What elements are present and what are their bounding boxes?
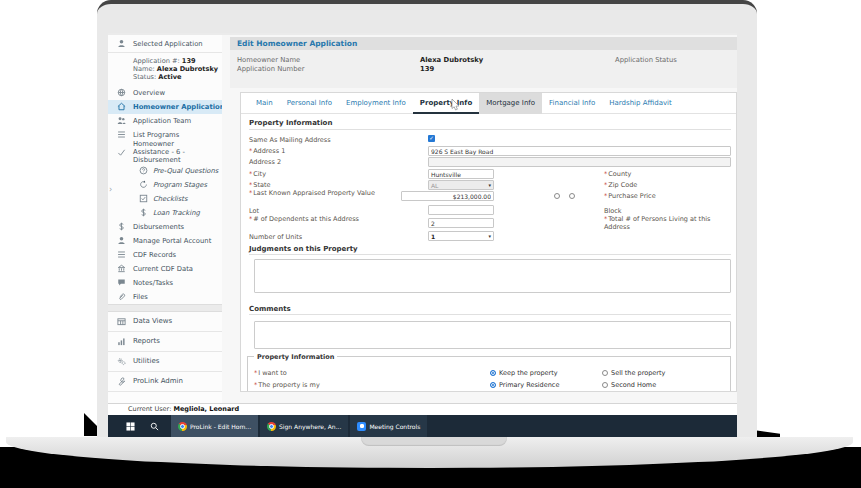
tab-mortgage-info[interactable]: Mortgage Info [479,93,542,114]
second-home-option[interactable]: Second Home [602,381,656,389]
search-icon[interactable] [150,422,159,431]
refresh-icon [139,180,148,189]
section-divider [249,314,731,315]
sidebar-item-homeowner-assistance[interactable]: Homeowner Assistance - 6 - Disbursement [108,142,222,164]
state-label: *State [249,181,421,189]
tab-property-info[interactable]: Property Info [413,93,479,114]
tab-financial-info[interactable]: Financial Info [542,93,602,114]
tab-personal-info[interactable]: Personal Info [280,93,339,114]
chrome-icon [267,422,276,431]
applicant-name-line: Name: Alexa Dubrotsky [133,65,222,73]
application-number-label: Application Number [237,65,304,73]
application-status-line: Status: Active [133,73,222,81]
homeowner-name-value: Alexa Dubrotsky [420,56,483,64]
sidebar-item-notes-tasks[interactable]: Notes/Tasks [108,276,222,290]
dollar-icon [117,222,126,231]
sidebar-item-program-stages[interactable]: Program Stages [108,178,222,192]
lot-input[interactable] [428,205,494,215]
tab-bar: Main Personal Info Employment Info Prope… [241,93,736,114]
appraised-value-input[interactable] [401,191,494,201]
block-label: Block [604,207,729,215]
application-number-line: Application #: 139 [133,57,222,65]
address1-label: *Address 1 [249,147,421,155]
bank-icon [117,264,126,273]
keep-property-option[interactable]: Keep the property [490,369,558,377]
address2-input[interactable] [428,157,731,167]
sidebar-item-pre-qual-questions[interactable]: Pre-Qual Questions [108,164,222,178]
page-title: Edit Homeowner Application [230,37,737,50]
sidebar-item-current-cdf-data[interactable]: Current CDF Data [108,262,222,276]
tab-main[interactable]: Main [249,93,280,114]
sidebar-item-manage-portal-account[interactable]: Manage Portal Account [108,234,222,248]
sidebar-item-loan-tracking[interactable]: Loan Tracking [108,206,222,220]
sidebar-collapse-chevron-icon[interactable]: › [109,185,112,194]
wrench-icon [117,377,126,386]
records-icon [117,250,126,259]
i-want-to-row: *I want to Keep the property Sell the pr… [248,369,730,377]
persons-living-label: *Total # of Persons Living at this Addre… [604,215,729,231]
section-property-information: Property Information [249,119,332,127]
sidebar: Selected Application Application #: 139 … [108,35,222,403]
taskbar-task-prolink[interactable]: ProLink - Edit Hom... [171,415,258,437]
sidebar-item-homeowner-application[interactable]: Homeowner Application [108,100,222,114]
checklist-icon [139,194,148,203]
dollar-icon [139,208,148,217]
windows-start-icon[interactable] [126,422,135,431]
number-of-units-label: Number of Units [249,233,421,241]
person-icon [117,39,126,48]
check-icon [117,148,126,157]
section-comments: Comments [249,305,291,313]
number-of-units-select[interactable]: 1▾ [428,231,494,241]
dependents-input[interactable] [428,218,494,228]
sidebar-selected-application[interactable]: Selected Application [108,35,222,53]
appraised-radio-2[interactable] [569,193,575,199]
section-divider [249,129,731,130]
sidebar-item-data-views[interactable]: Data Views [108,312,222,332]
zip-code-label: *Zip Code [604,181,729,189]
question-icon [139,166,148,175]
form-card: Main Personal Info Employment Info Prope… [240,92,737,392]
application-number-value: 139 [420,65,434,73]
globe-icon [117,88,126,97]
page-background: Selected Application Application #: 139 … [0,0,861,488]
sidebar-item-prolink-admin[interactable]: ProLink Admin [108,372,222,392]
property-is-my-row: *The property is my Primary Residence Se… [248,381,730,389]
taskbar-task-meeting-controls[interactable]: Meeting Controls [350,415,427,437]
same-as-mailing-checkbox[interactable]: ✓ [428,135,435,142]
fieldset-legend: Property Information [254,353,337,361]
judgments-textarea[interactable] [254,259,731,293]
purchase-price-label: *Purchase Price [604,192,729,200]
sidebar-item-files[interactable]: Files [108,290,222,304]
radio-selected-icon [490,382,496,388]
bar-chart-icon [117,337,126,346]
sidebar-item-utilities[interactable]: Utilities [108,352,222,372]
sidebar-bottom-group: Data Views Reports Utilities ProLink Adm… [108,312,222,392]
main-panel: Edit Homeowner Application Homeowner Nam… [222,35,737,403]
laptop-screen: Selected Application Application #: 139 … [97,0,757,437]
sidebar-item-disbursements[interactable]: Disbursements [108,220,222,234]
taskbar-task-sign-anywhere[interactable]: Sign Anywhere, An... [260,415,348,437]
section-divider [249,254,731,255]
address2-label: Address 2 [249,158,421,166]
address1-input[interactable] [428,146,731,156]
primary-residence-option[interactable]: Primary Residence [490,381,559,389]
tab-employment-info[interactable]: Employment Info [339,93,413,114]
county-label: *County [604,170,729,178]
tab-hardship-affidavit[interactable]: Hardship Affidavit [602,93,679,114]
sidebar-item-cdf-records[interactable]: CDF Records [108,248,222,262]
sidebar-item-checklists[interactable]: Checklists [108,192,222,206]
sidebar-item-overview[interactable]: Overview [108,86,222,100]
city-input[interactable] [428,169,494,179]
sidebar-item-application-team[interactable]: Application Team [108,114,222,128]
sell-property-option[interactable]: Sell the property [602,369,665,377]
sidebar-item-reports[interactable]: Reports [108,332,222,352]
mouse-cursor [451,99,461,111]
comments-textarea[interactable] [254,321,731,349]
sidebar-divider [108,304,222,312]
appraised-radio-1[interactable] [554,193,560,199]
list-icon [117,130,126,139]
property-information-fieldset: Property Information *I want to Keep the… [247,356,731,392]
city-label: *City [249,170,421,178]
current-user-bar: Current User: Megliola, Leonard [108,403,737,415]
state-select[interactable]: AL▾ [428,180,494,190]
